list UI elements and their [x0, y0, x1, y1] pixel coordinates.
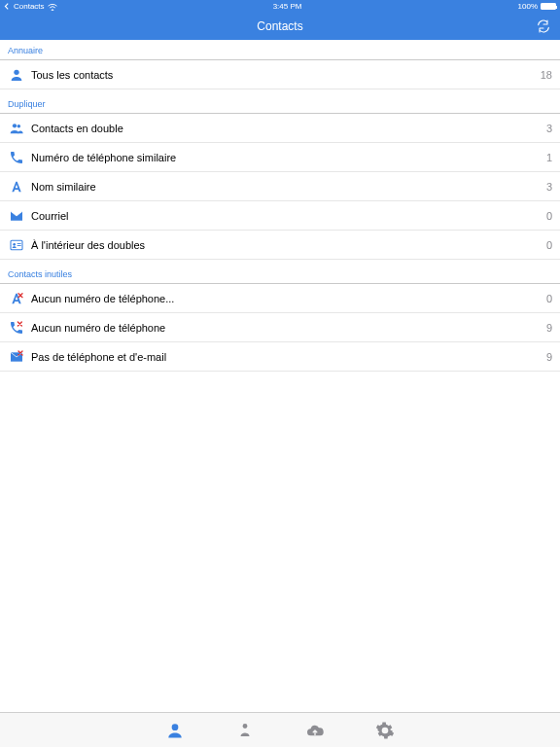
phone-x-icon — [8, 319, 25, 337]
row-count: 0 — [546, 239, 552, 251]
row-label: Courriel — [31, 210, 546, 222]
row-label: À l'intérieur des doubles — [31, 239, 546, 251]
back-chevron-icon — [4, 3, 11, 10]
row-count: 0 — [546, 210, 552, 222]
battery-icon — [541, 3, 556, 10]
status-left: Contacts — [4, 2, 57, 11]
section-header-label: Dupliquer — [8, 99, 46, 109]
person-star-icon — [236, 721, 254, 740]
card-icon — [8, 236, 25, 254]
tab-favorites[interactable] — [233, 719, 257, 742]
section-header: Dupliquer — [0, 89, 560, 114]
list-row[interactable]: Pas de téléphone et d'e-mail9 — [0, 342, 560, 372]
content: AnnuaireTous les contacts18DupliquerCont… — [0, 40, 560, 372]
list-row[interactable]: Courriel0 — [0, 201, 560, 231]
row-count: 3 — [546, 181, 552, 193]
list-row[interactable]: Numéro de téléphone similaire1 — [0, 143, 560, 172]
row-count: 1 — [546, 152, 552, 163]
section-header-label: Contacts inutiles — [8, 269, 72, 279]
row-label: Nom similaire — [31, 181, 546, 193]
list-row[interactable]: À l'intérieur des doubles0 — [0, 231, 560, 260]
status-right: 100% — [518, 2, 556, 11]
page-title: Contacts — [257, 19, 302, 33]
wifi-icon — [48, 3, 57, 11]
letter-a-icon — [8, 178, 25, 196]
row-count: 9 — [546, 351, 552, 363]
list-row[interactable]: Nom similaire3 — [0, 172, 560, 201]
tab-settings[interactable] — [373, 719, 397, 742]
row-label: Contacts en double — [31, 123, 546, 134]
phone-icon — [8, 149, 25, 166]
battery-pct: 100% — [518, 2, 538, 11]
list-row[interactable]: Aucun numéro de téléphone...0 — [0, 284, 560, 313]
tab-cloud[interactable] — [303, 719, 327, 742]
people-icon — [8, 120, 25, 137]
nav-bar: Contacts — [0, 13, 560, 40]
svg-point-1 — [243, 724, 248, 729]
status-time: 3:45 PM — [273, 2, 302, 11]
section-header: Contacts inutiles — [0, 260, 560, 284]
sync-icon — [536, 18, 551, 34]
list-row[interactable]: Tous les contacts18 — [0, 60, 560, 89]
tab-bar — [0, 712, 560, 747]
envelope-icon — [8, 207, 25, 225]
cloud-icon — [304, 723, 326, 738]
row-label: Aucun numéro de téléphone — [31, 322, 546, 334]
row-count: 0 — [546, 293, 552, 304]
section-header: Annuaire — [0, 40, 560, 60]
row-label: Aucun numéro de téléphone... — [31, 293, 546, 304]
list-row[interactable]: Aucun numéro de téléphone9 — [0, 313, 560, 342]
gear-icon — [375, 721, 395, 740]
row-count: 9 — [546, 322, 552, 334]
envelope-x-icon — [8, 348, 25, 366]
sync-button[interactable] — [535, 18, 552, 35]
list-row[interactable]: Contacts en double3 — [0, 114, 560, 143]
row-label: Tous les contacts — [31, 69, 541, 81]
status-bar: Contacts 3:45 PM 100% — [0, 0, 560, 13]
letter-a-x-icon — [8, 290, 25, 307]
row-label: Pas de téléphone et d'e-mail — [31, 351, 546, 363]
row-count: 18 — [541, 69, 552, 81]
svg-point-0 — [172, 724, 179, 730]
person-icon — [8, 66, 25, 84]
person-icon — [165, 721, 185, 740]
row-count: 3 — [546, 123, 552, 134]
tab-contacts[interactable] — [163, 719, 187, 742]
back-app-label[interactable]: Contacts — [14, 2, 45, 11]
section-header-label: Annuaire — [8, 46, 43, 55]
row-label: Numéro de téléphone similaire — [31, 152, 546, 163]
